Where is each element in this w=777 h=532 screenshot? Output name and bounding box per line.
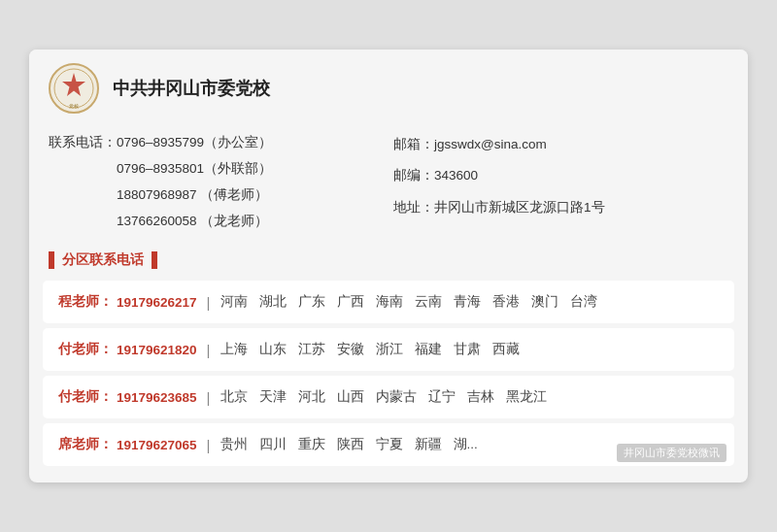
area: 内蒙古 [376, 388, 417, 406]
header-section: 党校 中共井冈山市委党校 [29, 50, 748, 123]
area: 海南 [376, 293, 403, 311]
area: 广东 [298, 293, 325, 311]
area: 北京 [220, 388, 248, 406]
phone-2: 0796–8935801（外联部） [117, 155, 272, 182]
phone-label: 联系电话： [49, 129, 117, 155]
area: 山西 [337, 388, 364, 406]
area: 贵州 [220, 436, 248, 453]
areas-0: 河南 湖北 广东 广西 海南 云南 青海 香港 澳门 台湾 [220, 293, 597, 311]
area: 天津 [259, 388, 287, 406]
teacher-2: 付老师： [58, 388, 113, 406]
section-title: 分区联系电话 [62, 251, 144, 269]
area: 陕西 [337, 436, 364, 453]
area: 河北 [298, 388, 325, 406]
svg-text:党校: 党校 [69, 103, 79, 109]
phone-4: 13766260058 （龙老师） [117, 208, 268, 234]
contact-phone-row-1: 联系电话： 0796–8935799（办公室） [49, 129, 384, 155]
email-row: 邮箱：jgsswdx@sina.com [393, 129, 728, 160]
main-card: 党校 中共井冈山市委党校 联系电话： 0796–8935799（办公室） 079… [29, 50, 748, 482]
phone-region-3: 19179627065 [117, 438, 197, 452]
separator-3: | [207, 437, 211, 453]
areas-1: 上海 山东 江苏 安徽 浙江 福建 甘肃 西藏 [220, 341, 520, 358]
phone-region-2: 19179623685 [117, 390, 197, 405]
teacher-1: 付老师： [58, 341, 113, 358]
phone-1: 0796–8935799（办公室） [117, 129, 272, 155]
area: 青海 [454, 293, 481, 311]
section-divider: 分区联系电话 [29, 246, 748, 275]
contact-right: 邮箱：jgsswdx@sina.com 邮编：343600 地址：井冈山市新城区… [384, 129, 728, 234]
divider-bar-left [49, 251, 54, 269]
area: 福建 [415, 341, 442, 358]
area: 吉林 [467, 388, 494, 406]
contact-left: 联系电话： 0796–8935799（办公室） 0796–8935801（外联部… [49, 129, 384, 234]
area: 甘肃 [454, 341, 481, 358]
area: 浙江 [376, 341, 403, 358]
area: 湖北 [259, 293, 287, 311]
area: 山东 [259, 341, 287, 358]
area: 澳门 [531, 293, 558, 311]
area: 黑龙江 [506, 388, 547, 406]
region-block-1: 付老师： 19179621820 | 上海 山东 江苏 安徽 浙江 福建 甘肃 … [43, 328, 734, 371]
teacher-0: 程老师： [58, 293, 113, 311]
page-title: 中共井冈山市委党校 [113, 77, 270, 100]
area: 重庆 [298, 436, 325, 453]
area: 台湾 [570, 293, 597, 311]
area: 江苏 [298, 341, 325, 358]
area: 广西 [337, 293, 364, 311]
region-block-0: 程老师： 19179626217 | 河南 湖北 广东 广西 海南 云南 青海 … [43, 281, 734, 323]
region-block-2: 付老师： 19179623685 | 北京 天津 河北 山西 内蒙古 辽宁 吉林… [43, 376, 734, 418]
area: 安徽 [337, 341, 364, 358]
separator-1: | [207, 342, 211, 358]
areas-3: 贵州 四川 重庆 陕西 宁夏 新疆 湖... [220, 436, 478, 453]
address-row: 地址：井冈山市新城区龙源口路1号 [393, 192, 728, 223]
region-block-3: 席老师： 19179627065 | 贵州 四川 重庆 陕西 宁夏 新疆 湖..… [43, 423, 734, 466]
area: 河南 [220, 293, 248, 311]
area: 上海 [220, 341, 248, 358]
logo: 党校 [49, 63, 99, 114]
areas-2: 北京 天津 河北 山西 内蒙古 辽宁 吉林 黑龙江 [220, 388, 547, 406]
watermark: 井冈山市委党校微讯 [617, 444, 726, 462]
contact-phone-row-2: 0796–8935801（外联部） [49, 155, 384, 182]
area: 辽宁 [428, 388, 456, 406]
contact-grid: 联系电话： 0796–8935799（办公室） 0796–8935801（外联部… [29, 123, 748, 246]
phone-region-1: 19179621820 [117, 343, 197, 357]
area: 香港 [492, 293, 520, 311]
area: 新疆 [415, 436, 442, 453]
area: 云南 [415, 293, 442, 311]
area: 西藏 [492, 341, 520, 358]
separator-0: | [207, 294, 211, 311]
teacher-3: 席老师： [58, 436, 113, 453]
postcode-row: 邮编：343600 [393, 160, 728, 191]
area: 四川 [259, 436, 287, 453]
phone-region-0: 19179626217 [117, 295, 197, 310]
separator-2: | [207, 389, 211, 406]
area: 湖... [454, 436, 478, 453]
divider-bar-right [152, 251, 157, 269]
area: 宁夏 [376, 436, 403, 453]
contact-phone-row-4: 13766260058 （龙老师） [49, 208, 384, 234]
contact-phone-row-3: 18807968987 （傅老师） [49, 182, 384, 208]
phone-3: 18807968987 （傅老师） [117, 182, 268, 208]
